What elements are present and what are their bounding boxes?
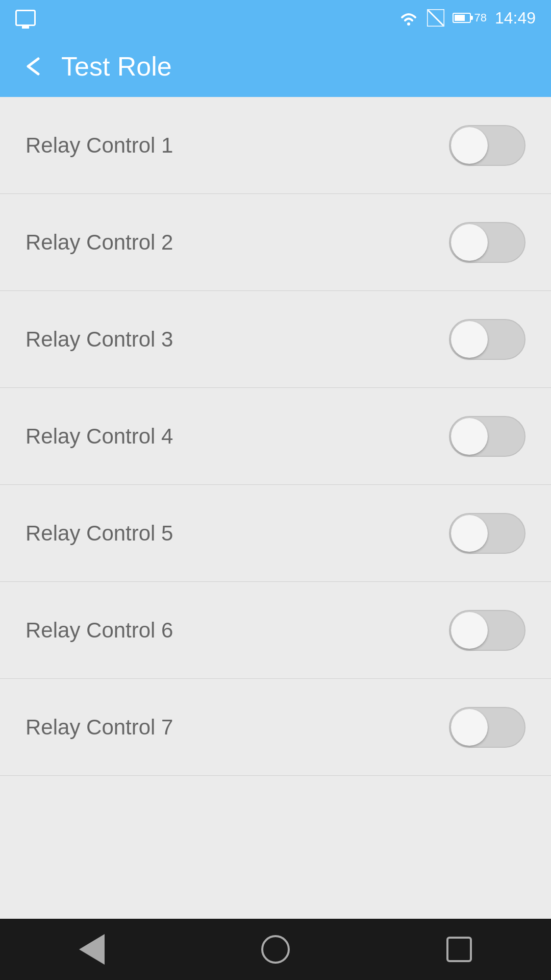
relay-toggle-thumb-2 bbox=[451, 224, 488, 261]
relay-label-6: Relay Control 6 bbox=[26, 618, 173, 643]
relay-toggle-thumb-5 bbox=[451, 515, 488, 552]
screen-icon bbox=[15, 10, 36, 26]
relay-label-4: Relay Control 4 bbox=[26, 424, 173, 449]
relay-toggle-4[interactable] bbox=[449, 416, 525, 457]
app-bar-title: Test Role bbox=[61, 51, 172, 82]
nav-recents-button[interactable] bbox=[439, 929, 480, 970]
svg-point-0 bbox=[407, 22, 410, 26]
relay-toggle-thumb-3 bbox=[451, 321, 488, 358]
status-bar-right: 78 14:49 bbox=[398, 9, 536, 28]
nav-bar bbox=[0, 919, 551, 980]
relay-list: Relay Control 1Relay Control 2Relay Cont… bbox=[0, 97, 551, 919]
relay-item-2: Relay Control 2 bbox=[0, 194, 551, 291]
relay-toggle-1[interactable] bbox=[449, 125, 525, 166]
relay-label-1: Relay Control 1 bbox=[26, 133, 173, 158]
nav-back-button[interactable] bbox=[71, 929, 112, 970]
battery-percent: 78 bbox=[474, 11, 486, 24]
relay-toggle-7[interactable] bbox=[449, 707, 525, 748]
relay-label-7: Relay Control 7 bbox=[26, 715, 173, 740]
status-bar-left bbox=[15, 10, 36, 26]
relay-toggle-2[interactable] bbox=[449, 222, 525, 263]
relay-toggle-5[interactable] bbox=[449, 513, 525, 554]
relay-toggle-thumb-1 bbox=[451, 127, 488, 164]
relay-label-5: Relay Control 5 bbox=[26, 521, 173, 546]
status-bar: 78 14:49 bbox=[0, 0, 551, 36]
battery-icon bbox=[453, 13, 471, 23]
battery-indicator: 78 bbox=[453, 11, 486, 24]
wifi-icon bbox=[398, 10, 419, 26]
relay-item-3: Relay Control 3 bbox=[0, 291, 551, 388]
status-time: 14:49 bbox=[495, 9, 536, 28]
sim-icon bbox=[427, 9, 444, 27]
relay-item-1: Relay Control 1 bbox=[0, 97, 551, 194]
relay-item-6: Relay Control 6 bbox=[0, 582, 551, 679]
relay-toggle-thumb-6 bbox=[451, 612, 488, 649]
svg-line-2 bbox=[428, 10, 443, 26]
relay-toggle-thumb-7 bbox=[451, 709, 488, 746]
relay-item-7: Relay Control 7 bbox=[0, 679, 551, 776]
back-button[interactable] bbox=[20, 54, 46, 79]
relay-item-4: Relay Control 4 bbox=[0, 388, 551, 485]
relay-label-3: Relay Control 3 bbox=[26, 327, 173, 352]
relay-item-5: Relay Control 5 bbox=[0, 485, 551, 582]
relay-toggle-6[interactable] bbox=[449, 610, 525, 651]
relay-toggle-thumb-4 bbox=[451, 418, 488, 455]
relay-label-2: Relay Control 2 bbox=[26, 230, 173, 255]
relay-toggle-3[interactable] bbox=[449, 319, 525, 360]
nav-home-button[interactable] bbox=[255, 929, 296, 970]
app-bar: Test Role bbox=[0, 36, 551, 97]
